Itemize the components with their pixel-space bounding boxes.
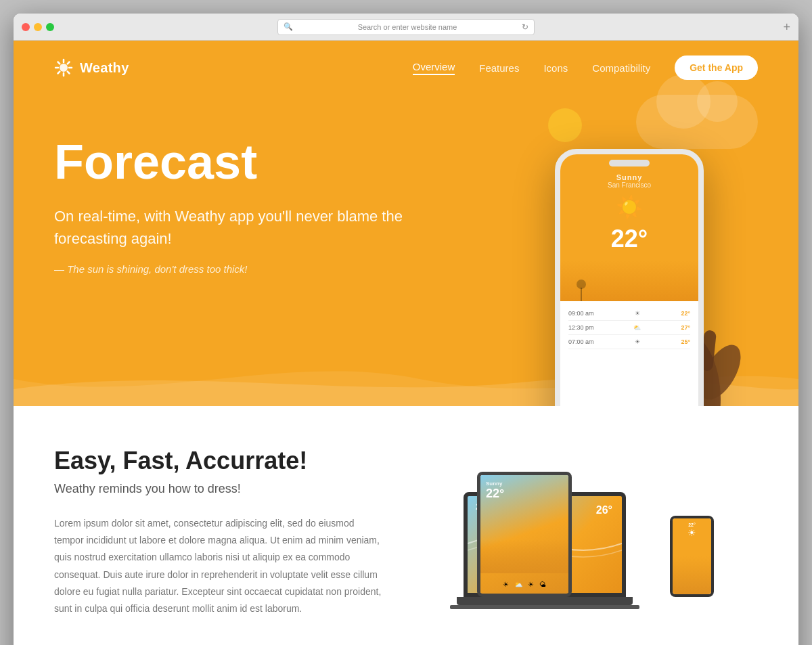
phone-location: San Francisco <box>568 181 690 189</box>
search-icon: 🔍 <box>284 22 293 31</box>
tablet-screen: Sunny 22° ☀ ⛅ ☀ <box>480 475 568 594</box>
tablet-condition: Sunny <box>486 481 563 487</box>
nav-links: Overview Features Icons Compatibility Ge… <box>413 55 758 80</box>
features-layout: Easy, Fast, Accurrate! Weathy reminds yo… <box>54 447 758 617</box>
address-text: Search or enter website name <box>297 23 518 31</box>
phone-list-row: 12:30 pm ⛅ 27° <box>568 321 690 335</box>
phone-screen: Sunny San Francisco ☀️ 22° <box>560 154 698 406</box>
hero-title: Forecast <box>54 135 420 189</box>
nav-link-overview[interactable]: Overview <box>413 61 455 75</box>
time-2: 12:30 pm <box>568 324 594 331</box>
tablet-bottom-row: ☀ ⛅ ☀ 🌤 <box>480 581 568 588</box>
address-bar[interactable]: 🔍 Search or enter website name ↻ <box>277 19 535 35</box>
logo-text: Weathy <box>80 60 129 76</box>
refresh-icon[interactable]: ↻ <box>522 22 528 32</box>
hero-phone-mockup: Sunny San Francisco ☀️ 22° <box>501 74 758 406</box>
temp-1: 22° <box>681 310 690 317</box>
features-section: Easy, Fast, Accurrate! Weathy reminds yo… <box>14 406 798 645</box>
phone-scenery <box>560 261 698 301</box>
small-phone-temp: 22° <box>677 522 707 527</box>
close-button[interactable] <box>22 23 30 31</box>
features-title: Easy, Fast, Accurrate! <box>54 447 386 475</box>
browser-chrome: 🔍 Search or enter website name ↻ + <box>14 14 798 41</box>
temp-2: 27° <box>681 324 690 331</box>
svg-line-6 <box>68 72 70 74</box>
minimize-button[interactable] <box>34 23 42 31</box>
tablet-mockup: Sunny 22° ☀ ⛅ ☀ <box>477 472 572 597</box>
svg-line-8 <box>58 72 60 74</box>
phone-list-row: 07:00 am ☀ 25° <box>568 335 690 349</box>
tablet-temp: 22° <box>486 487 563 501</box>
phone-list-row: 09:00 am ☀ 22° <box>568 307 690 321</box>
temp-3: 25° <box>681 338 690 345</box>
small-phone-mockup: 22° ☀ <box>670 516 714 597</box>
features-text: Easy, Fast, Accurrate! Weathy reminds yo… <box>54 447 386 617</box>
features-body: Lorem ipsum dolor sit amet, consectetur … <box>54 515 386 617</box>
new-tab-button[interactable]: + <box>783 21 790 33</box>
small-phone-content: 22° ☀ <box>673 518 711 542</box>
devices-wrapper: 26° Sunny 22° <box>464 460 721 609</box>
time-3: 07:00 am <box>568 338 594 345</box>
nav-link-compatibility[interactable]: Compatibility <box>592 62 650 74</box>
phone-temperature: 22° <box>568 225 690 252</box>
devices-area: 26° Sunny 22° <box>426 447 758 609</box>
website-content: Weathy Overview Features Icons Compatibi… <box>14 41 798 645</box>
hero-text: Forecast On real-time, with Weathy app y… <box>54 122 420 275</box>
phone-weather-top: Sunny San Francisco ☀️ 22° <box>560 154 698 261</box>
icon-3: ☀ <box>635 338 640 345</box>
laptop-foot <box>450 605 639 609</box>
maximize-button[interactable] <box>46 23 54 31</box>
navigation: Weathy Overview Features Icons Compatibi… <box>14 41 798 95</box>
phone-notch <box>609 160 650 166</box>
nav-link-icons[interactable]: Icons <box>543 62 568 74</box>
hero-tagline: — The sun is shining, don't dress too th… <box>54 263 420 275</box>
browser-window: 🔍 Search or enter website name ↻ + <box>14 14 798 645</box>
hero-section: Weathy Overview Features Icons Compatibi… <box>14 41 798 406</box>
hero-content: Forecast On real-time, with Weathy app y… <box>14 95 798 342</box>
time-1: 09:00 am <box>568 310 594 317</box>
icon-1: ☀ <box>635 310 640 317</box>
features-tagline: Weathy reminds you how to dress! <box>54 482 386 496</box>
svg-line-7 <box>68 62 70 64</box>
small-phone-icon: ☀ <box>677 527 707 538</box>
svg-point-0 <box>60 64 68 72</box>
svg-line-5 <box>58 62 60 64</box>
get-app-button[interactable]: Get the App <box>675 55 758 80</box>
logo: Weathy <box>54 58 129 77</box>
laptop-base <box>457 597 633 605</box>
icon-2: ⛅ <box>633 324 641 331</box>
nav-link-features[interactable]: Features <box>479 62 519 74</box>
hero-subtitle: On real-time, with Weathy app you'll nev… <box>54 205 420 250</box>
phone-forecast-list: 09:00 am ☀ 22° 12:30 pm ⛅ 27° <box>560 301 698 355</box>
phone-frame: Sunny San Francisco ☀️ 22° <box>555 149 704 406</box>
logo-icon <box>54 58 73 77</box>
traffic-lights <box>22 23 54 31</box>
phone-condition: Sunny <box>568 173 690 181</box>
small-phone-screen: 22° ☀ <box>673 518 711 594</box>
